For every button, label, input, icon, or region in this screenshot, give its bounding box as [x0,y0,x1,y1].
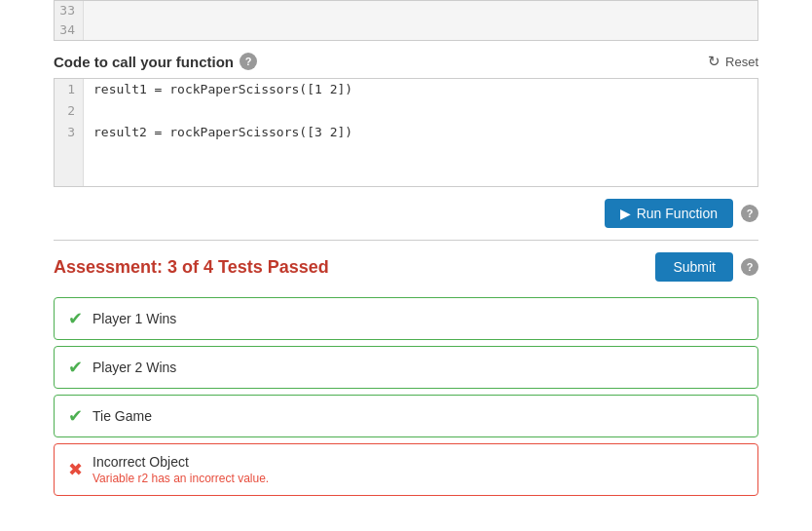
run-function-button[interactable]: ▶ Run Function [605,199,733,228]
assessment-actions: Submit ? [655,252,758,282]
section-divider [54,240,758,241]
test-item-player2-wins[interactable]: ✔ Player 2 Wins [54,346,758,389]
test-label-player1: Player 1 Wins [92,311,176,326]
editor-line-content-3: result2 = rockPaperScissors([3 2]) [84,122,352,143]
submit-button[interactable]: Submit [655,252,733,282]
editor-line-num-1: 1 [55,79,84,100]
assessment-title: Assessment: 3 of 4 Tests Passed [54,257,329,278]
editor-line-num-3: 3 [55,122,84,143]
stub-line-34: 34 [55,20,757,40]
editor-line-4 [55,143,757,165]
stub-line-num-34: 34 [55,20,84,40]
test-label-incorrect: Incorrect Object [92,454,269,470]
editor-line-content-2 [84,100,101,122]
stub-line-33: 33 [55,1,757,20]
test-item-player1-wins[interactable]: ✔ Player 1 Wins [54,297,758,340]
test-error-incorrect: Variable r2 has an incorrect value. [92,472,269,485]
code-help-icon[interactable]: ? [240,53,257,70]
code-section-header: Code to call your function ? ↻ Reset [0,41,812,78]
code-section-title-text: Code to call your function [54,54,234,70]
test-list: ✔ Player 1 Wins ✔ Player 2 Wins ✔ Tie Ga… [0,297,812,496]
assessment-help-icon[interactable]: ? [741,258,758,276]
test-label-tie: Tie Game [92,408,152,424]
test-item-tie-game[interactable]: ✔ Tie Game [54,395,758,437]
pass-icon-player1: ✔ [68,308,83,329]
editor-line-num-2: 2 [55,100,84,122]
test-item-incorrect-content: Incorrect Object Variable r2 has an inco… [92,454,269,485]
run-help-icon[interactable]: ? [741,205,758,222]
test-label-player2: Player 2 Wins [92,360,176,375]
editor-line-5 [55,165,757,186]
editor-line-num-5 [55,165,84,186]
reset-label: Reset [725,55,758,69]
run-area: ▶ Run Function ? [0,187,812,240]
code-section-title: Code to call your function ? [54,53,257,70]
run-function-label: Run Function [637,206,718,221]
pass-icon-tie: ✔ [68,405,83,427]
top-stub-code: 33 34 [54,0,758,41]
editor-line-num-4 [55,143,84,165]
reset-button[interactable]: ↻ Reset [708,53,758,70]
fail-icon-incorrect: ✖ [68,459,83,480]
reset-icon: ↻ [708,53,720,70]
editor-line-2: 2 [55,100,757,122]
test-item-incorrect-object[interactable]: ✖ Incorrect Object Variable r2 has an in… [54,443,758,496]
run-icon: ▶ [620,206,631,221]
pass-icon-player2: ✔ [68,357,83,378]
editor-line-3: 3 result2 = rockPaperScissors([3 2]) [55,122,757,143]
assessment-header: Assessment: 3 of 4 Tests Passed Submit ? [0,252,812,297]
stub-line-num-33: 33 [55,1,84,20]
code-editor[interactable]: 1 result1 = rockPaperScissors([1 2]) 2 3… [54,78,758,187]
editor-line-content-1: result1 = rockPaperScissors([1 2]) [84,79,352,100]
editor-line-1: 1 result1 = rockPaperScissors([1 2]) [55,79,757,100]
